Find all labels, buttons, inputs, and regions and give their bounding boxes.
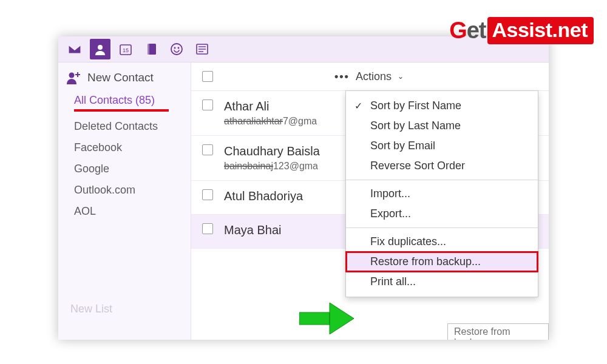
contact-name: Maya Bhai <box>224 223 282 237</box>
contact-name: Chaudhary Baisla <box>224 144 320 158</box>
notes-icon[interactable] <box>141 39 161 59</box>
actions-dropdown: Sort by First NameSort by Last NameSort … <box>345 90 538 297</box>
app-window: 15 New Contact All Contacts (85) <box>58 36 549 340</box>
emoji-icon[interactable] <box>166 39 187 59</box>
svg-marker-15 <box>330 303 354 334</box>
annotation-arrow <box>299 303 354 337</box>
sidebar-list: All Contacts (85) Deleted Contacts Faceb… <box>58 92 191 228</box>
contact-name: Atul Bhadoriya <box>224 189 303 203</box>
watermark-logo: Get Assist.net <box>449 17 594 44</box>
calendar-icon[interactable]: 15 <box>115 39 136 59</box>
contact-pane: ••• Actions ⌄ Athar Aliatharaliakhtar7@g… <box>191 62 549 340</box>
menu-item[interactable]: Sort by Last Name <box>346 116 538 136</box>
sidebar-item-outlook[interactable]: Outlook.com <box>74 184 191 197</box>
sidebar-item-all-contacts[interactable]: All Contacts (85) <box>74 94 191 112</box>
svg-point-1 <box>98 45 103 50</box>
new-list-button[interactable]: New List <box>58 303 191 340</box>
contact-email: atharaliakhtar7@gma <box>224 116 317 127</box>
contacts-icon[interactable] <box>90 39 110 59</box>
contact-checkbox[interactable] <box>202 223 213 234</box>
chevron-down-icon: ⌄ <box>398 72 404 81</box>
menu-item[interactable]: Restore from backup... <box>346 252 538 272</box>
svg-point-7 <box>174 47 176 49</box>
menu-item[interactable]: Sort by First Name <box>346 96 538 116</box>
svg-text:15: 15 <box>123 47 129 53</box>
mail-icon[interactable] <box>64 39 85 59</box>
menu-item[interactable]: Fix duplicates... <box>346 232 538 252</box>
menu-separator <box>346 180 538 180</box>
select-all-checkbox[interactable] <box>202 71 213 82</box>
sidebar: New Contact All Contacts (85) Deleted Co… <box>58 62 191 340</box>
svg-rect-5 <box>148 44 149 55</box>
watermark-g: G <box>449 18 467 43</box>
svg-point-6 <box>171 44 182 55</box>
contact-checkbox[interactable] <box>202 189 213 200</box>
contact-name: Athar Ali <box>224 99 317 113</box>
menu-item[interactable]: Reverse Sort Order <box>346 156 538 176</box>
menu-item[interactable]: Print all... <box>346 272 538 292</box>
sidebar-item-aol[interactable]: AOL <box>74 205 191 218</box>
actions-menu-trigger[interactable]: ••• Actions ⌄ <box>334 70 404 83</box>
svg-point-13 <box>69 73 75 78</box>
svg-point-8 <box>178 47 180 49</box>
watermark-et: et <box>467 18 486 43</box>
watermark-badge: Assist.net <box>487 17 594 44</box>
contact-checkbox[interactable] <box>202 99 213 110</box>
active-underline <box>74 109 169 112</box>
menu-item[interactable]: Import... <box>346 184 538 204</box>
add-contact-icon <box>67 71 80 84</box>
svg-rect-14 <box>299 312 330 325</box>
menu-item[interactable]: Sort by Email <box>346 136 538 156</box>
contact-email: bainsbainaj123@gma <box>224 161 320 172</box>
more-icon: ••• <box>334 70 350 83</box>
menu-separator <box>346 228 538 228</box>
contact-checkbox[interactable] <box>202 144 213 155</box>
new-contact-label: New Contact <box>87 71 154 84</box>
new-contact-button[interactable]: New Contact <box>58 66 191 92</box>
sidebar-item-google[interactable]: Google <box>74 163 191 175</box>
tooltip: Restore from backup <box>447 323 549 340</box>
news-icon[interactable] <box>192 39 212 59</box>
sidebar-item-deleted[interactable]: Deleted Contacts <box>74 120 191 133</box>
sidebar-item-facebook[interactable]: Facebook <box>74 141 191 154</box>
contact-list-header: ••• Actions ⌄ <box>191 62 549 91</box>
menu-item[interactable]: Export... <box>346 204 538 224</box>
